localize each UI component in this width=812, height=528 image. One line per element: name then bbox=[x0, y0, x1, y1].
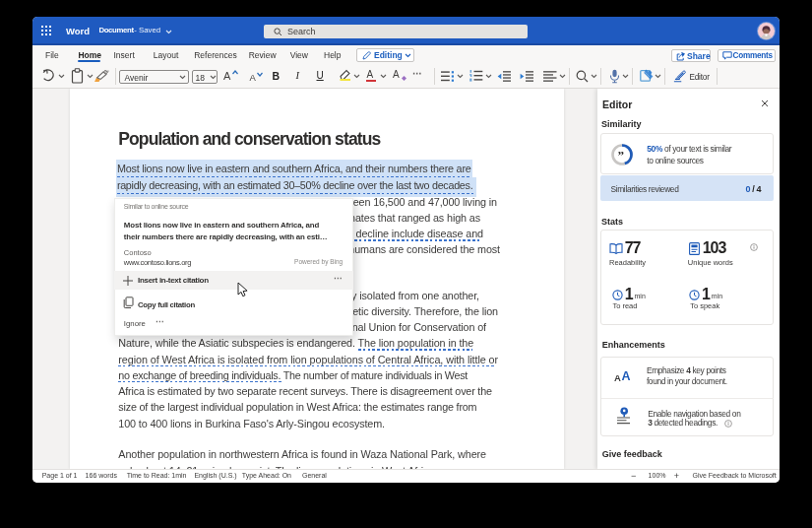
svg-text:”: ” bbox=[617, 147, 624, 162]
